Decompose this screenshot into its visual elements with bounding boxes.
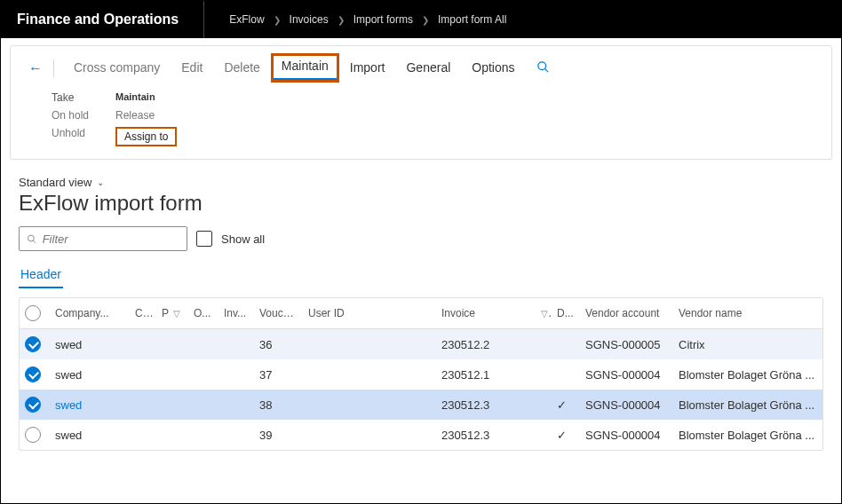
show-all-checkbox[interactable] [196, 231, 212, 247]
row-select[interactable] [20, 329, 50, 360]
unhold-link[interactable]: Unhold [52, 127, 89, 139]
col-invoice[interactable]: Invoice [436, 298, 534, 329]
table-row[interactable]: swed39230512.3✓SGNS-000004Blomster Bolag… [20, 420, 822, 450]
svg-point-0 [537, 61, 545, 69]
col-company[interactable]: Company... [50, 298, 130, 329]
filter-icon: ▽ [173, 309, 180, 319]
row-select[interactable] [20, 420, 50, 450]
tab-delete[interactable]: Delete [215, 57, 268, 80]
maintain-heading: Maintain [115, 91, 177, 102]
cell-vendor-account: SGNS-000004 [580, 420, 673, 450]
search-icon [27, 233, 37, 245]
cell-company[interactable]: swed [50, 390, 130, 420]
cell-invoice: 230512.3 [436, 390, 534, 420]
cell-voucher: 37 [254, 359, 303, 390]
col-voucher[interactable]: Voucher [254, 298, 303, 329]
row-select[interactable] [20, 359, 50, 390]
table-row[interactable]: swed36230512.2SGNS-000005Citrix [20, 329, 822, 360]
cell-vendor-name: Blomster Bolaget Gröna ... [673, 420, 822, 450]
col-p[interactable]: P ▽ [156, 298, 188, 329]
table-row[interactable]: swed38230512.3✓SGNS-000004Blomster Bolag… [20, 390, 822, 420]
page-title: ExFlow import form [19, 191, 823, 216]
chevron-right-icon: ❯ [422, 15, 429, 25]
crumb-2[interactable]: Import forms [353, 13, 413, 26]
col-o[interactable]: O... [188, 298, 218, 329]
col-vendor-name[interactable]: Vendor name [673, 298, 822, 329]
col-invoice-filter[interactable]: ▽ [534, 298, 552, 329]
crumb-1[interactable]: Invoices [290, 13, 329, 26]
on-hold-link[interactable]: On hold [52, 109, 89, 122]
col-select[interactable] [20, 298, 50, 329]
crumb-0[interactable]: ExFlow [229, 13, 264, 26]
view-selector[interactable]: Standard view ⌄ [19, 176, 823, 189]
cell-invoice: 230512.2 [436, 329, 534, 360]
cell-vendor-account: SGNS-000005 [580, 329, 673, 360]
cell-vendor-name: Blomster Bolaget Gröna ... [673, 390, 822, 420]
cell-d [552, 359, 580, 390]
tab-maintain[interactable]: Maintain [273, 55, 338, 81]
cell-vendor-name: Blomster Bolaget Gröna ... [673, 359, 822, 390]
tab-options[interactable]: Options [463, 57, 523, 80]
col-user-id[interactable]: User ID [303, 298, 436, 329]
svg-line-3 [33, 240, 36, 242]
divider [53, 59, 54, 77]
crumb-3[interactable]: Import form All [438, 13, 506, 26]
search-icon[interactable] [536, 60, 550, 76]
maintain-subpane: Take On hold Unhold Maintain Release Ass… [11, 91, 831, 146]
cell-vendor-account: SGNS-000004 [580, 390, 673, 420]
svg-point-2 [28, 235, 34, 241]
col-inv[interactable]: Inv... [218, 298, 254, 329]
cell-invoice: 230512.1 [436, 359, 534, 390]
col-vendor-account[interactable]: Vendor account [580, 298, 673, 329]
svg-line-1 [544, 68, 548, 72]
col-c[interactable]: C... [130, 298, 156, 329]
cell-voucher: 36 [254, 329, 303, 360]
col-d[interactable]: D... [552, 298, 580, 329]
cell-voucher: 39 [254, 420, 303, 450]
cell-d [552, 329, 580, 360]
assign-to-link[interactable]: Assign to [115, 127, 177, 146]
tab-edit[interactable]: Edit [172, 57, 211, 80]
data-grid: Company... C... P ▽ O... Inv... Voucher … [19, 297, 823, 451]
breadcrumb: ExFlow ❯ Invoices ❯ Import forms ❯ Impor… [204, 13, 506, 26]
tab-import[interactable]: Import [341, 57, 394, 80]
chevron-right-icon: ❯ [274, 15, 281, 25]
app-title: Finance and Operations [17, 1, 204, 38]
tab-cross-company[interactable]: Cross company [65, 57, 169, 80]
tab-general[interactable]: General [397, 57, 459, 80]
cell-invoice: 230512.3 [436, 420, 534, 450]
chevron-right-icon: ❯ [338, 15, 345, 25]
show-all-label: Show all [221, 232, 265, 246]
cell-vendor-account: SGNS-000004 [580, 359, 673, 390]
cell-d: ✓ [552, 390, 580, 420]
filter-input-wrap[interactable] [19, 226, 187, 251]
filter-input[interactable] [43, 232, 179, 246]
action-pane: ← Cross company Edit Delete Maintain Imp… [10, 45, 832, 160]
filter-icon: ▽ [541, 309, 548, 319]
cell-company[interactable]: swed [50, 359, 130, 390]
cell-voucher: 38 [254, 390, 303, 420]
release-link[interactable]: Release [115, 109, 177, 122]
view-label-text: Standard view [19, 176, 91, 189]
maintain-col1-label: Take [52, 91, 89, 104]
row-select[interactable] [20, 390, 50, 420]
cell-company[interactable]: swed [50, 329, 130, 360]
tab-header[interactable]: Header [19, 264, 63, 288]
cell-vendor-name: Citrix [673, 329, 822, 360]
cell-d: ✓ [552, 420, 580, 450]
back-arrow-icon[interactable]: ← [28, 60, 43, 76]
cell-company[interactable]: swed [50, 420, 130, 450]
table-row[interactable]: swed37230512.1SGNS-000004Blomster Bolage… [20, 359, 822, 390]
chevron-down-icon: ⌄ [97, 177, 104, 187]
